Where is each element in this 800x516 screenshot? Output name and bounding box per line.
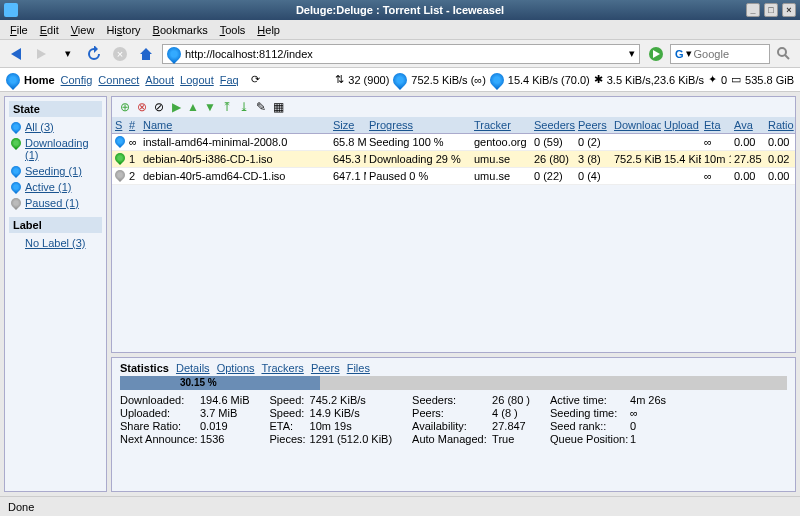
close-button[interactable]: × bbox=[782, 3, 796, 17]
disk-value: 535.8 GiB bbox=[745, 74, 794, 86]
auto-value: True bbox=[492, 433, 514, 445]
col-seeders[interactable]: Seeders bbox=[534, 119, 575, 131]
announce-value: 1536 bbox=[200, 433, 224, 445]
home-button[interactable] bbox=[136, 44, 156, 64]
menu-help[interactable]: Help bbox=[251, 22, 286, 38]
tab-options[interactable]: Options bbox=[217, 362, 255, 374]
col-peers[interactable]: Peers bbox=[578, 119, 607, 131]
sidebar-item-seeding[interactable]: Seeding (1) bbox=[9, 163, 102, 179]
forward-button[interactable] bbox=[32, 44, 52, 64]
status-text: Done bbox=[8, 501, 34, 513]
progress-pct: 30.15 % bbox=[180, 376, 217, 390]
seeders-label: Seeders: bbox=[412, 394, 492, 406]
qpos-label: Queue Position: bbox=[550, 433, 630, 445]
col-num[interactable]: # bbox=[129, 119, 135, 131]
menu-bookmarks[interactable]: Bookmarks bbox=[147, 22, 214, 38]
reload-button[interactable] bbox=[84, 44, 104, 64]
search-input[interactable] bbox=[694, 48, 754, 60]
sidebar-item-all[interactable]: All (3) bbox=[9, 119, 102, 135]
col-upload[interactable]: Upload bbox=[664, 119, 699, 131]
minimize-button[interactable]: _ bbox=[746, 3, 760, 17]
svg-text:×: × bbox=[117, 48, 123, 60]
maximize-button[interactable]: □ bbox=[764, 3, 778, 17]
uspeed-label: Speed: bbox=[270, 407, 310, 419]
col-download[interactable]: Download bbox=[614, 119, 661, 131]
deluge-logo-icon bbox=[3, 70, 23, 90]
svg-marker-0 bbox=[11, 48, 21, 60]
all-icon bbox=[9, 120, 23, 134]
sidebar-item-active[interactable]: Active (1) bbox=[9, 179, 102, 195]
connections-value: 32 (900) bbox=[348, 74, 389, 86]
back-button[interactable] bbox=[6, 44, 26, 64]
top-button[interactable]: ⤒ bbox=[220, 100, 234, 114]
active-label: Active time: bbox=[550, 394, 630, 406]
col-s[interactable]: S bbox=[115, 119, 122, 131]
go-button[interactable] bbox=[646, 44, 666, 64]
health-value: 0 bbox=[721, 74, 727, 86]
col-name[interactable]: Name bbox=[143, 119, 172, 131]
menu-view[interactable]: View bbox=[65, 22, 101, 38]
peers-value: 4 (8 ) bbox=[492, 407, 518, 419]
add-button[interactable]: ⊕ bbox=[118, 100, 132, 114]
bottom-button[interactable]: ⤓ bbox=[237, 100, 251, 114]
dropdown-icon[interactable]: ▾ bbox=[58, 44, 78, 64]
down-button[interactable]: ▼ bbox=[203, 100, 217, 114]
sidebar-item-nolabel[interactable]: No Label (3) bbox=[9, 235, 102, 251]
details-tabs: Statistics Details Options Trackers Peer… bbox=[120, 362, 787, 374]
tab-statistics[interactable]: Statistics bbox=[120, 362, 169, 374]
table-row[interactable]: 1 debian-40r5-i386-CD-1.iso 645.3 MiB Do… bbox=[112, 151, 795, 168]
up-button[interactable]: ▲ bbox=[186, 100, 200, 114]
options-button[interactable]: ▦ bbox=[271, 100, 285, 114]
col-tracker[interactable]: Tracker bbox=[474, 119, 511, 131]
nav-config[interactable]: Config bbox=[59, 74, 95, 86]
search-dropdown-icon[interactable]: ▾ bbox=[686, 47, 692, 60]
eta-value: 10m 19s bbox=[310, 420, 352, 432]
url-input[interactable] bbox=[185, 48, 625, 60]
sidebar-item-downloading[interactable]: Downloading (1) bbox=[9, 135, 102, 163]
sidebar-item-paused[interactable]: Paused (1) bbox=[9, 195, 102, 211]
col-progress[interactable]: Progress bbox=[369, 119, 413, 131]
table-row[interactable]: 2 debian-40r5-amd64-CD-1.iso 647.1 MiB P… bbox=[112, 168, 795, 185]
nav-about[interactable]: About bbox=[143, 74, 176, 86]
nav-home[interactable]: Home bbox=[22, 74, 57, 86]
col-eta[interactable]: Eta bbox=[704, 119, 721, 131]
seeders-value: 26 (80 ) bbox=[492, 394, 530, 406]
svg-marker-4 bbox=[140, 48, 152, 60]
remove-button[interactable]: ⊗ bbox=[135, 100, 149, 114]
menu-tools[interactable]: Tools bbox=[214, 22, 252, 38]
start-button[interactable]: ▶ bbox=[169, 100, 183, 114]
seedt-value: ∞ bbox=[630, 407, 638, 419]
disk-icon: ▭ bbox=[731, 73, 741, 86]
menu-edit[interactable]: Edit bbox=[34, 22, 65, 38]
menu-file[interactable]: File bbox=[4, 22, 34, 38]
nav-connect[interactable]: Connect bbox=[96, 74, 141, 86]
refresh-icon[interactable]: ⟳ bbox=[251, 73, 260, 86]
nav-faq[interactable]: Faq bbox=[218, 74, 241, 86]
up-speed: 15.4 KiB/s (70.0) bbox=[508, 74, 590, 86]
stop-button[interactable]: × bbox=[110, 44, 130, 64]
search-box[interactable]: G▾ bbox=[670, 44, 770, 64]
dspeed-label: Speed: bbox=[270, 394, 310, 406]
col-size[interactable]: Size bbox=[333, 119, 354, 131]
svg-line-8 bbox=[785, 55, 789, 59]
tab-peers[interactable]: Peers bbox=[311, 362, 340, 374]
nav-logout[interactable]: Logout bbox=[178, 74, 216, 86]
url-bar[interactable]: ▾ bbox=[162, 44, 640, 64]
col-ratio[interactable]: Ratio bbox=[768, 119, 794, 131]
search-icon[interactable] bbox=[774, 44, 794, 64]
tab-details[interactable]: Details bbox=[176, 362, 210, 374]
pieces-label: Pieces: bbox=[270, 433, 310, 445]
tab-trackers[interactable]: Trackers bbox=[261, 362, 303, 374]
edit-button[interactable]: ✎ bbox=[254, 100, 268, 114]
table-row[interactable]: ∞ install-amd64-minimal-2008.0 65.8 MiB … bbox=[112, 134, 795, 151]
state-header: State bbox=[9, 101, 102, 117]
tab-files[interactable]: Files bbox=[347, 362, 370, 374]
menu-history[interactable]: History bbox=[100, 22, 146, 38]
url-dropdown-icon[interactable]: ▾ bbox=[629, 47, 635, 60]
browser-toolbar: ▾ × ▾ G▾ bbox=[0, 40, 800, 68]
rank-label: Seed rank:: bbox=[550, 420, 630, 432]
col-ava[interactable]: Ava bbox=[734, 119, 753, 131]
stop-button[interactable]: ⊘ bbox=[152, 100, 166, 114]
svg-point-7 bbox=[778, 48, 786, 56]
upload-icon bbox=[487, 70, 507, 90]
